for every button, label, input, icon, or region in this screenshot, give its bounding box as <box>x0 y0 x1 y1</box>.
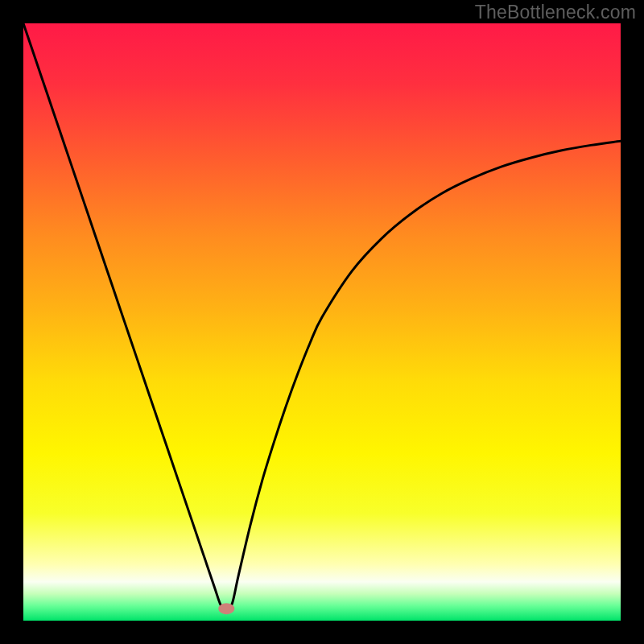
chart-frame <box>23 23 621 621</box>
attribution-text: TheBottleneck.com <box>475 2 636 23</box>
bottleneck-curve <box>23 23 621 613</box>
chart-plot <box>23 23 621 621</box>
optimal-point-marker <box>218 603 234 614</box>
